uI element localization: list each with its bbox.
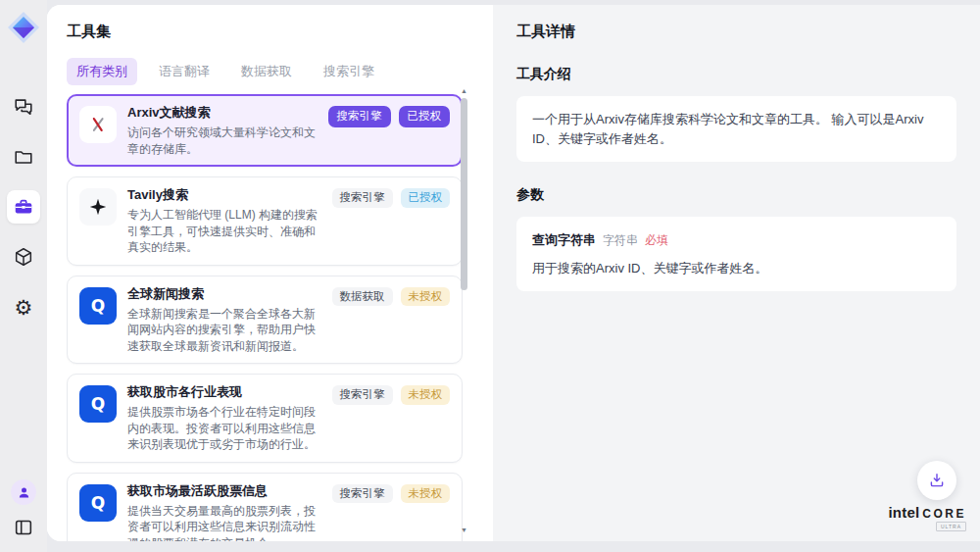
category-badge: 搜索引擎 xyxy=(332,385,393,405)
tool-description: 专为人工智能代理 (LLM) 构建的搜索引擎工具，可快速提供实时、准确和真实的结… xyxy=(127,207,321,256)
active-stocks-q-icon: Q xyxy=(79,484,117,522)
folder-nav-icon[interactable] xyxy=(7,140,40,174)
tab-data-fetching[interactable]: 数据获取 xyxy=(231,58,302,85)
intro-heading: 工具介绍 xyxy=(516,66,956,83)
tool-name: 获取市场最活跃股票信息 xyxy=(127,482,321,500)
tool-name: Arxiv文献搜索 xyxy=(127,104,318,122)
tool-card-global-news[interactable]: Q 全球新闻搜索 全球新闻搜索是一个聚合全球各大新闻网站内容的搜索引擎，帮助用户… xyxy=(67,276,463,365)
core-wordmark: core xyxy=(922,507,966,521)
tool-card-active-stocks[interactable]: Q 获取市场最活跃股票信息 提供当天交易量最高的股票列表，投资者可以利用这些信息… xyxy=(67,473,463,542)
status-badge: 未授权 xyxy=(401,484,451,504)
status-badge: 未授权 xyxy=(401,385,451,405)
tool-list-pane: 工具集 所有类别 语言翻译 数据获取 搜索引擎 Arxiv文献搜索 访问各个研究… xyxy=(47,5,493,541)
main-window: 工具集 所有类别 语言翻译 数据获取 搜索引擎 Arxiv文献搜索 访问各个研究… xyxy=(47,5,980,541)
param-name: 查询字符串 xyxy=(532,230,596,250)
collapse-sidebar-icon[interactable] xyxy=(11,515,36,540)
download-button[interactable] xyxy=(917,461,956,500)
scrollbar-thumb[interactable] xyxy=(461,98,467,290)
param-description: 用于搜索的Arxiv ID、关键字或作者姓名。 xyxy=(532,259,941,278)
status-badge: 未授权 xyxy=(401,287,451,307)
tool-description: 全球新闻搜索是一个聚合全球各大新闻网站内容的搜索引擎，帮助用户快速获取全球最新资… xyxy=(127,306,321,355)
app-logo-icon xyxy=(6,10,41,45)
tavily-star-icon xyxy=(79,188,117,226)
tool-description: 提供当天交易量最高的股票列表，投资者可以利用这些信息来识别流动性强的股票和潜在的… xyxy=(127,503,321,542)
intro-card: 一个用于从Arxiv存储库搜索科学论文和文章的工具。 输入可以是Arxiv ID… xyxy=(516,96,956,162)
left-rail: ⚙ xyxy=(0,0,47,552)
tool-description: 访问各个研究领域大量科学论文和文章的存储库。 xyxy=(127,125,318,157)
params-heading: 参数 xyxy=(516,186,956,204)
ultra-badge: ULTRA xyxy=(936,522,966,531)
cube-nav-icon[interactable] xyxy=(7,240,40,274)
settings-gear-icon[interactable]: ⚙ xyxy=(7,290,40,324)
param-required-flag: 必填 xyxy=(645,231,668,249)
rail-nav: ⚙ xyxy=(7,90,40,324)
rail-bottom xyxy=(11,479,36,552)
user-avatar[interactable] xyxy=(11,479,36,505)
intel-wordmark: intel xyxy=(888,504,919,521)
intel-core-logo: intel core ULTRA xyxy=(888,504,966,531)
category-badge: 搜索引擎 xyxy=(332,484,393,504)
category-badge: 搜索引擎 xyxy=(328,106,391,127)
category-tabs: 所有类别 语言翻译 数据获取 搜索引擎 xyxy=(67,58,493,85)
scroll-up-icon[interactable]: ▲ xyxy=(460,86,468,96)
tool-card-arxiv[interactable]: Arxiv文献搜索 访问各个研究领域大量科学论文和文章的存储库。 搜索引擎 已授… xyxy=(67,94,463,167)
scroll-down-icon[interactable]: ▼ xyxy=(460,526,468,535)
list-scrollbar[interactable]: ▲ ▼ xyxy=(460,86,468,535)
tool-name: 全球新闻搜索 xyxy=(127,285,321,303)
tool-card-tavily[interactable]: Tavily搜索 专为人工智能代理 (LLM) 构建的搜索引擎工具，可快速提供实… xyxy=(67,176,463,266)
category-badge: 数据获取 xyxy=(332,287,393,307)
status-badge: 已授权 xyxy=(399,106,451,127)
tool-name: Tavily搜索 xyxy=(127,186,321,204)
toolbox-nav-icon[interactable] xyxy=(7,190,40,224)
tab-all-categories[interactable]: 所有类别 xyxy=(67,58,137,85)
tool-name: 获取股市各行业表现 xyxy=(127,383,321,401)
param-type: 字符串 xyxy=(603,231,638,249)
tab-search-engine[interactable]: 搜索引擎 xyxy=(314,58,384,85)
category-badge: 搜索引擎 xyxy=(332,188,393,208)
stock-search-q-icon: Q xyxy=(79,385,117,423)
page-title: 工具集 xyxy=(67,23,493,41)
chat-nav-icon[interactable] xyxy=(7,90,40,124)
tool-description: 提供股票市场各个行业在特定时间段内的表现。投资者可以利用这些信息来识别表现优于或… xyxy=(127,404,321,453)
tab-language-translation[interactable]: 语言翻译 xyxy=(149,58,220,85)
news-search-q-icon: Q xyxy=(79,287,117,325)
tool-list: Arxiv文献搜索 访问各个研究领域大量科学论文和文章的存储库。 搜索引擎 已授… xyxy=(67,94,463,541)
arxiv-icon xyxy=(79,106,117,143)
tool-detail-pane: 工具详情 工具介绍 一个用于从Arxiv存储库搜索科学论文和文章的工具。 输入可… xyxy=(493,5,980,541)
param-card: 查询字符串 字符串 必填 用于搜索的Arxiv ID、关键字或作者姓名。 xyxy=(516,217,956,291)
tool-card-stock-sectors[interactable]: Q 获取股市各行业表现 提供股票市场各个行业在特定时间段内的表现。投资者可以利用… xyxy=(67,374,463,463)
detail-title: 工具详情 xyxy=(516,23,956,41)
status-badge: 已授权 xyxy=(401,188,451,208)
